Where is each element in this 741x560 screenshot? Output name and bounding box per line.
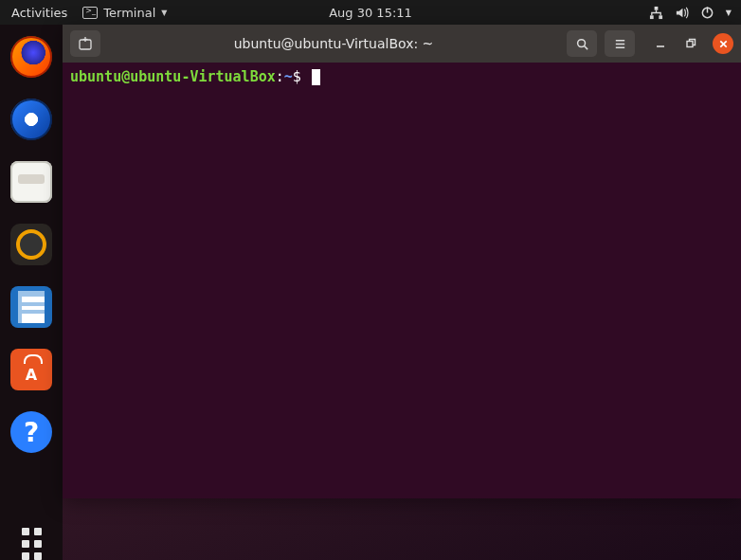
clock[interactable]: Aug 30 15:11 [329,6,412,20]
dock-item-files[interactable] [9,161,54,203]
hamburger-icon [613,37,627,51]
svg-point-8 [577,39,585,46]
thunderbird-icon [10,99,52,140]
help-icon: ? [10,411,52,453]
search-icon [575,37,589,51]
close-button[interactable] [713,33,733,54]
dock-item-rhythmbox[interactable] [9,224,54,265]
menu-button[interactable] [605,30,635,57]
network-wired-icon [649,6,663,20]
chevron-down-icon: ▼ [726,9,732,17]
terminal-window: ubuntu@ubuntu-VirtualBox: ~ ubuntu@ubu [63,25,741,498]
software-icon [10,349,52,390]
prompt-separator: : [276,68,284,85]
dock-item-thunderbird[interactable] [9,99,54,140]
prompt-path: ~ [284,68,293,85]
files-icon [10,161,52,203]
minimize-icon [655,38,666,49]
restore-icon [685,38,696,49]
system-status-area[interactable]: ▼ [649,6,735,20]
top-panel: Activities Terminal ▼ Aug 30 15:11 ▼ [0,0,741,25]
search-button[interactable] [567,30,597,57]
prompt-user-host: ubuntu@ubuntu-VirtualBox [70,68,276,85]
app-menu-label: Terminal [103,6,155,20]
terminal-toolbar-right [567,30,733,57]
dock-item-writer[interactable] [9,286,54,328]
rhythmbox-icon [10,224,52,265]
dock-item-software[interactable] [9,349,54,390]
volume-high-icon [675,6,689,20]
maximize-button[interactable] [682,35,699,52]
firefox-icon [10,36,52,78]
dock: ? [0,25,63,560]
terminal-icon [82,7,98,19]
dock-item-firefox[interactable] [9,36,54,78]
close-icon [718,39,729,49]
svg-line-9 [584,45,587,49]
svg-rect-14 [687,42,693,47]
chevron-down-icon: ▼ [161,9,167,17]
dock-item-help[interactable]: ? [9,411,54,453]
top-panel-left: Activities Terminal ▼ [6,6,174,20]
new-tab-icon [78,36,93,51]
show-applications-button[interactable] [10,521,52,560]
cursor [312,69,320,85]
svg-rect-1 [650,15,654,19]
activities-button[interactable]: Activities [6,6,73,20]
window-controls [652,33,733,54]
new-tab-button[interactable] [70,30,100,57]
terminal-title: ubuntu@ubuntu-VirtualBox: ~ [108,36,559,51]
terminal-titlebar: ubuntu@ubuntu-VirtualBox: ~ [63,25,741,63]
power-icon [700,6,714,20]
writer-icon [10,286,52,328]
svg-rect-0 [654,6,658,9]
terminal-body[interactable]: ubuntu@ubuntu-VirtualBox:~$ [63,63,741,498]
app-menu-button[interactable]: Terminal ▼ [75,6,174,20]
svg-rect-2 [659,15,662,19]
prompt-symbol: $ [293,68,301,85]
minimize-button[interactable] [652,35,669,52]
